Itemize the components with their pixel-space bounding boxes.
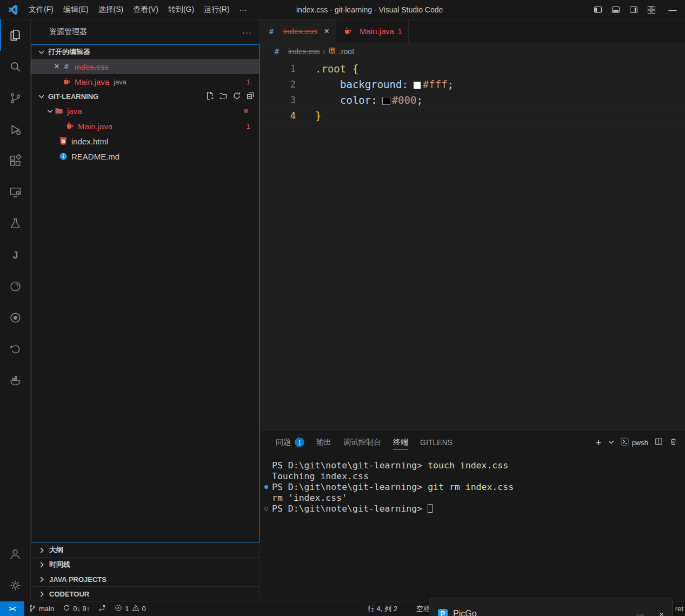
notification-more-button[interactable]: ···: [636, 610, 644, 616]
activitybar-settings[interactable]: [0, 569, 30, 601]
menu-run[interactable]: 运行(R): [199, 3, 234, 17]
terminal-instance-pwsh[interactable]: pwsh: [621, 438, 648, 447]
notification-close-icon[interactable]: ×: [659, 610, 664, 616]
sync-counts: 0↓ 9↑: [73, 605, 90, 613]
minimize-button[interactable]: —: [660, 0, 685, 19]
tab-label: Main.java: [360, 27, 394, 36]
toggle-sidebar-icon[interactable]: [589, 0, 607, 19]
activitybar-search[interactable]: [0, 51, 30, 82]
problems-count-badge: 1: [295, 438, 304, 447]
panel-tab-label: 输出: [316, 438, 331, 447]
line-number: 4: [260, 110, 296, 121]
pane-timeline[interactable]: 时间线: [31, 557, 260, 572]
activitybar-source-control[interactable]: [0, 82, 30, 114]
pane-outline[interactable]: 大纲: [31, 542, 260, 557]
open-editor-item-indexcss[interactable]: × # index.css: [31, 59, 259, 74]
css-file-icon: #: [267, 27, 276, 36]
explorer-sidebar: 资源管理器 ··· 打开的编辑器 × # index.css Main.j: [31, 19, 260, 601]
pane-codetour[interactable]: CODETOUR: [31, 586, 260, 601]
panel-tab-problems[interactable]: 问题 1: [270, 430, 310, 454]
toggle-panel-icon[interactable]: [607, 0, 624, 19]
window-title: index.css - git-learning - Visual Studio…: [296, 0, 443, 19]
panel-tab-gitlens[interactable]: GITLENS: [414, 430, 458, 454]
menu-view[interactable]: 查看(V): [128, 3, 163, 17]
sync-icon: [63, 604, 70, 613]
sync-changes-item[interactable]: 0↓ 9↑: [58, 601, 94, 616]
explorer-toolbar: [205, 91, 255, 102]
collapse-all-icon[interactable]: [246, 91, 255, 102]
activitybar-codetour[interactable]: [0, 333, 30, 365]
open-editor-item-mainjava[interactable]: Main.java java 1: [31, 74, 259, 89]
menu-goto[interactable]: 转到(G): [163, 3, 199, 17]
activitybar-run-debug[interactable]: [0, 114, 30, 145]
editor-area: # index.css × Main.java 1 # index.css › …: [260, 19, 685, 601]
tree-folder-java[interactable]: java: [31, 103, 259, 118]
activitybar-extensions[interactable]: [0, 145, 30, 176]
menu-edit[interactable]: 编辑(E): [58, 3, 94, 17]
terminal-actions: + pwsh: [596, 438, 677, 448]
menu-file[interactable]: 文件(F): [24, 3, 58, 17]
menu-selection[interactable]: 选择(S): [94, 3, 129, 17]
tree-file-indexhtml[interactable]: index.html: [31, 134, 259, 149]
close-editor-icon[interactable]: ×: [52, 62, 62, 71]
bottom-panel: 问题 1 输出 调试控制台 终端 GITLENS + pwsh: [260, 430, 685, 601]
close-tab-icon[interactable]: ×: [324, 27, 329, 36]
java-file-icon: [62, 77, 71, 86]
terminal-prompt-line: PS D:\git\note\git-learning>: [264, 503, 685, 514]
tree-file-mainjava[interactable]: Main.java 1: [31, 118, 259, 134]
activitybar-docker[interactable]: [0, 365, 30, 396]
breadcrumb-separator: ›: [323, 47, 325, 56]
tab-mainjava[interactable]: Main.java 1: [336, 19, 409, 43]
run-debug-icon: [9, 123, 22, 136]
error-count: 1: [125, 605, 129, 613]
activitybar-testing[interactable]: [0, 208, 30, 239]
notification-title: PicGo: [453, 609, 477, 616]
toggle-secondary-sidebar-icon[interactable]: [624, 0, 642, 19]
cursor-position-item[interactable]: 行 4, 列 2: [368, 601, 397, 616]
activitybar-account[interactable]: [0, 538, 30, 569]
split-terminal-icon[interactable]: [655, 438, 663, 448]
code-line-3: 3 color:#000;: [260, 92, 685, 108]
activity-bar: J: [0, 19, 31, 601]
tab-error-badge: 1: [398, 27, 402, 35]
pane-java-projects[interactable]: JAVA PROJECTS: [31, 572, 260, 586]
html-file-icon: [58, 137, 68, 145]
sidebar-more-actions-button[interactable]: ···: [242, 28, 252, 37]
activitybar-gradle[interactable]: [0, 270, 30, 302]
breadcrumb-symbol[interactable]: .root: [339, 47, 354, 56]
project-section-header[interactable]: GIT-LEARNING: [31, 89, 259, 103]
tab-indexcss[interactable]: # index.css ×: [260, 19, 336, 43]
terminal-launch-chevron-icon[interactable]: [608, 438, 614, 447]
activitybar-java[interactable]: J: [0, 239, 30, 270]
tree-file-readme[interactable]: README.md: [31, 149, 259, 164]
color-swatch-black[interactable]: [383, 97, 390, 104]
color-swatch-white[interactable]: [414, 82, 421, 89]
activitybar-record[interactable]: [0, 302, 30, 333]
code-editor[interactable]: 1 .root { 2 background:#fff; 3 color:#00…: [260, 59, 685, 430]
terminal-output[interactable]: PS D:\git\note\git-learning>touch index.…: [260, 454, 685, 601]
tree-empty-space[interactable]: [31, 164, 259, 542]
new-file-icon[interactable]: [205, 91, 214, 102]
panel-tab-output[interactable]: 输出: [310, 430, 337, 454]
open-editors-section-header[interactable]: 打开的编辑器: [31, 45, 259, 59]
panel-tab-label: 终端: [393, 438, 408, 447]
breadcrumb-file[interactable]: index.css: [288, 47, 320, 56]
new-folder-icon[interactable]: [219, 91, 228, 102]
refresh-icon[interactable]: [232, 91, 241, 102]
panel-tab-debug-console[interactable]: 调试控制台: [337, 430, 387, 454]
clipped-status-text: ret: [675, 601, 683, 616]
panel-tab-terminal[interactable]: 终端: [387, 430, 414, 454]
chevron-right-icon: [37, 562, 46, 568]
panel-tab-label: GITLENS: [420, 438, 453, 447]
menu-more-button[interactable]: ···: [235, 3, 252, 17]
line-number: 1: [260, 63, 296, 74]
source-control-graph-item[interactable]: [94, 601, 110, 616]
git-branch-item[interactable]: main: [24, 601, 58, 616]
activitybar-explorer[interactable]: [0, 19, 30, 51]
kill-terminal-trash-icon[interactable]: [669, 438, 677, 448]
new-terminal-icon[interactable]: +: [596, 438, 602, 448]
remote-indicator[interactable]: ><: [0, 601, 24, 616]
customize-layout-icon[interactable]: [642, 0, 660, 19]
activitybar-remote-explorer[interactable]: [0, 176, 30, 208]
problems-status-item[interactable]: 1 0: [110, 601, 150, 616]
